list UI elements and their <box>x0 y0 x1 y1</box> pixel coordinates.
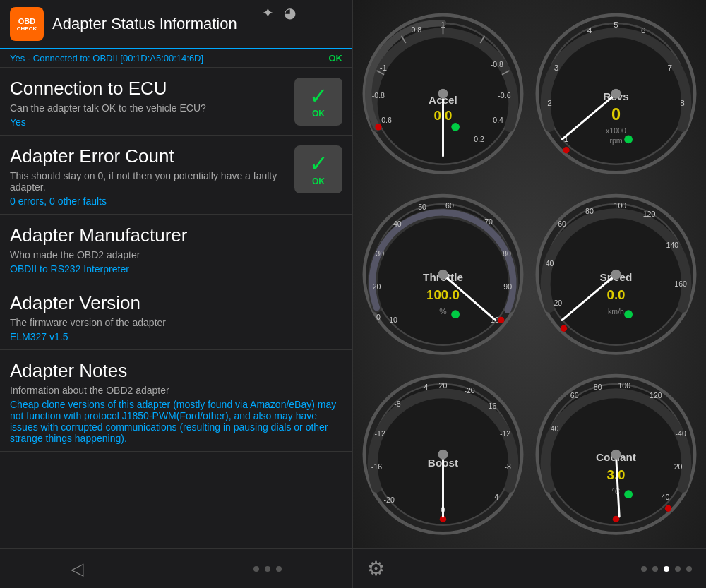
svg-text:-8: -8 <box>394 400 401 408</box>
svg-text:x1000: x1000 <box>606 126 626 135</box>
error-ok-button[interactable]: ✓ OK <box>294 145 342 193</box>
svg-point-56 <box>451 310 460 318</box>
svg-text:-40: -40 <box>659 493 669 502</box>
page-title: Adapter Status Information <box>52 15 237 33</box>
gauge-speed-container: 80 100 120 140 160 60 40 20 Speed 0.0 km… <box>533 188 699 361</box>
section-connection-desc: Can the adapter talk OK to the vehicle E… <box>10 102 294 114</box>
svg-text:100: 100 <box>614 200 627 209</box>
svg-text:60: 60 <box>445 200 454 209</box>
header-bar: ✦ ◕ OBD CHECK Adapter Status Information <box>0 0 352 49</box>
svg-text:-4: -4 <box>492 493 499 502</box>
check-icon-2: ✓ <box>309 152 328 175</box>
section-notes: Adapter Notes Information about the OBD2… <box>0 350 352 452</box>
check-icon: ✓ <box>309 85 328 107</box>
svg-text:80: 80 <box>503 249 511 258</box>
section-error-count: Adapter Error Count This should stay on … <box>0 136 352 215</box>
svg-text:20: 20 <box>554 299 562 307</box>
gauge-throttle: 10 20 30 40 50 60 70 80 90 100 0 Throttl… <box>360 188 526 361</box>
connection-ok-button[interactable]: ✓ OK <box>294 78 342 126</box>
gauge-accel: -1 -0.8 0.6 0.8 1 -0.8 -0.6 -0.4 -0.2 Ac… <box>360 7 526 181</box>
svg-text:160: 160 <box>674 280 687 288</box>
gauge-throttle-container: 10 20 30 40 50 60 70 80 90 100 0 Throttl… <box>360 188 526 361</box>
gauge-coolant: 80 100 120 60 40 -40 20 -40 Coolant 3.0 … <box>533 368 699 541</box>
gauge-boost: -20 -16 -12 -8 -4 20 -20 -16 -12 -8 -4 B… <box>360 368 526 541</box>
svg-text:6: 6 <box>641 25 646 35</box>
svg-text:0.8: 0.8 <box>412 25 422 34</box>
svg-point-39 <box>611 89 621 99</box>
svg-text:-1: -1 <box>380 63 387 72</box>
svg-point-112 <box>611 450 621 460</box>
svg-point-110 <box>665 505 671 512</box>
svg-text:80: 80 <box>594 383 602 392</box>
svg-text:-12: -12 <box>500 429 510 438</box>
bottom-dots <box>641 566 692 572</box>
ok-label: OK <box>312 109 325 119</box>
gauge-revs: 4 5 6 3 7 2 8 1 Revs 0 x1000 rpm <box>533 7 699 181</box>
svg-text:70: 70 <box>484 217 493 226</box>
nav-dots <box>253 566 282 572</box>
svg-text:50: 50 <box>418 203 426 211</box>
content-area: Connection to ECU Can the adapter talk O… <box>0 68 352 548</box>
gauges-grid: -1 -0.8 0.6 0.8 1 -0.8 -0.6 -0.4 -0.2 Ac… <box>353 0 706 548</box>
left-panel: ✦ ◕ OBD CHECK Adapter Status Information… <box>0 0 353 588</box>
svg-point-94 <box>438 450 448 460</box>
section-error-desc: This should stay on 0, if not then you p… <box>10 170 294 193</box>
bottom-dot-3 <box>664 566 669 572</box>
section-connection-value: Yes <box>10 116 294 128</box>
svg-text:-0.4: -0.4 <box>491 116 503 124</box>
svg-text:rpm: rpm <box>609 136 622 145</box>
bottom-dot-4 <box>675 566 681 572</box>
svg-text:%: % <box>439 306 447 316</box>
svg-text:-0.8: -0.8 <box>491 60 503 68</box>
section-manufacturer: Adapter Manufacturer Who made the OBD2 a… <box>0 215 352 282</box>
gauge-revs-container: 4 5 6 3 7 2 8 1 Revs 0 x1000 rpm <box>533 7 699 181</box>
svg-point-13 <box>451 123 460 131</box>
svg-text:-20: -20 <box>464 386 474 395</box>
settings-icon[interactable]: ⚙ <box>367 557 385 580</box>
svg-text:-16: -16 <box>371 462 382 471</box>
svg-point-37 <box>563 147 569 153</box>
bottom-nav: ◁ <box>0 548 352 588</box>
svg-point-76 <box>561 325 567 331</box>
bottom-dot-2 <box>652 566 658 572</box>
right-panel: -1 -0.8 0.6 0.8 1 -0.8 -0.6 -0.4 -0.2 Ac… <box>353 0 706 588</box>
svg-point-75 <box>611 269 621 279</box>
section-manufacturer-value: OBDII to RS232 Interpreter <box>10 263 342 275</box>
svg-text:km/h: km/h <box>608 307 624 316</box>
section-notes-value: Cheap clone versions of this adapter (mo… <box>10 399 342 444</box>
bottom-dot-5 <box>686 566 692 572</box>
svg-text:0: 0 <box>611 105 621 124</box>
svg-text:-12: -12 <box>375 429 385 438</box>
back-button[interactable]: ◁ <box>71 559 83 579</box>
status-bar: Yes - Connected to: OBDII [00:1D:A5:00:1… <box>0 49 352 68</box>
svg-point-108 <box>624 491 633 499</box>
section-version-desc: The firmware version of the adapter <box>10 317 342 328</box>
section-version-title: Adapter Version <box>10 292 342 314</box>
nav-dot-2 <box>265 566 270 572</box>
svg-text:-20: -20 <box>383 496 394 504</box>
svg-text:30: 30 <box>376 249 384 258</box>
bluetooth-icon: ✦ <box>262 4 274 21</box>
section-manufacturer-desc: Who made the OBD2 adapter <box>10 249 342 260</box>
svg-text:7: 7 <box>668 63 673 72</box>
svg-text:0.6: 0.6 <box>381 116 392 124</box>
bottom-dot-1 <box>641 566 647 572</box>
svg-text:0.0: 0.0 <box>606 287 625 302</box>
svg-text:3: 3 <box>554 63 559 72</box>
connection-status: Yes - Connected to: OBDII [00:1D:A5:00:1… <box>10 53 203 64</box>
section-manufacturer-title: Adapter Manufacturer <box>10 224 342 246</box>
svg-text:20: 20 <box>373 282 381 291</box>
svg-text:120: 120 <box>643 209 656 217</box>
svg-text:80: 80 <box>585 207 594 215</box>
svg-text:4: 4 <box>587 25 592 35</box>
svg-text:120: 120 <box>650 391 662 400</box>
gauge-accel-container: -1 -0.8 0.6 0.8 1 -0.8 -0.6 -0.4 -0.2 Ac… <box>360 7 526 181</box>
svg-text:-0.8: -0.8 <box>372 91 385 100</box>
svg-text:40: 40 <box>551 424 559 433</box>
svg-text:-16: -16 <box>486 402 496 411</box>
svg-point-57 <box>498 316 504 323</box>
section-connection: Connection to ECU Can the adapter talk O… <box>0 68 352 136</box>
nav-dot-3 <box>276 566 282 572</box>
svg-text:90: 90 <box>503 282 512 291</box>
svg-text:40: 40 <box>546 259 554 268</box>
